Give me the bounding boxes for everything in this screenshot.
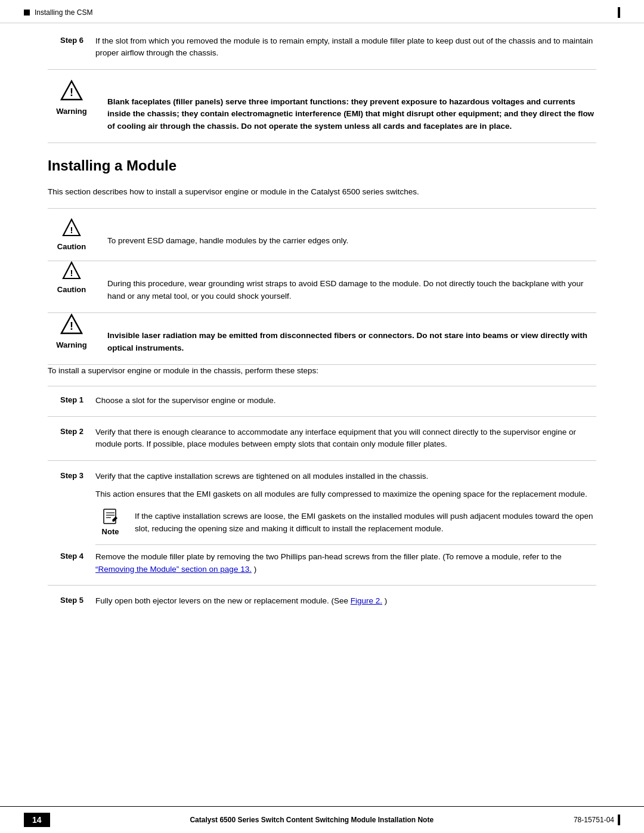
warning-2-left: ! Warning (48, 313, 95, 349)
step-2-row: Step 2 Verify that there is enough clear… (48, 426, 596, 461)
step-5-text: Fully open both ejector levers on the ne… (95, 596, 348, 605)
step-3-content-area: Verify that the captive installation scr… (95, 470, 596, 552)
step-3-text: Verify that the captive installation scr… (95, 470, 596, 483)
caution-1-block: ! Caution To prevent ESD damage, handle … (48, 218, 596, 261)
caution-1-content: To prevent ESD damage, handle modules by… (107, 218, 596, 247)
step-5-content: Fully open both ejector levers on the ne… (95, 595, 596, 607)
step-1-content: Choose a slot for the supervisor engine … (95, 395, 596, 407)
note-label: Note (102, 527, 119, 536)
footer-doc-id: 78-15751-04 (574, 816, 614, 824)
page-footer: 14 Catalyst 6500 Series Switch Content S… (0, 806, 644, 833)
caution-1-left: ! Caution (48, 218, 95, 251)
page-header: Installing the CSM (0, 0, 644, 23)
step-4-content: Remove the module filler plate by removi… (95, 551, 596, 575)
step-5-row: Step 5 Fully open both ejector levers on… (48, 595, 596, 617)
caution-1-icon: ! (62, 218, 81, 240)
warning-2-label: Warning (56, 340, 87, 349)
header-title: Installing the CSM (35, 8, 92, 17)
svg-text:!: ! (70, 320, 73, 332)
note-left: Note (95, 508, 125, 536)
step-3-para: This action ensures that the EMI gaskets… (95, 488, 596, 501)
step-4-label: Step 4 (48, 551, 83, 575)
caution-2-content: During this procedure, wear grounding wr… (107, 261, 596, 303)
warning-2-content: Invisible laser radiation may be emitted… (107, 313, 596, 355)
step-2-label: Step 2 (48, 426, 83, 451)
step-6-row: Step 6 If the slot from which you remove… (48, 35, 596, 70)
svg-text:!: ! (70, 268, 73, 278)
warning-1-content: Blank faceplates (filler panels) serve t… (107, 79, 596, 134)
footer-center-text: Catalyst 6500 Series Switch Content Swit… (190, 816, 434, 824)
svg-text:!: ! (70, 225, 73, 235)
caution-2-block: ! Caution During this procedure, wear gr… (48, 261, 596, 313)
step-3-row: Step 3 Verify that the captive installat… (48, 470, 596, 552)
step-6-label: Step 6 (48, 35, 83, 60)
warning-1-icon: ! (60, 79, 83, 104)
caution-2-icon: ! (62, 261, 81, 283)
section-title: Installing a Module (48, 157, 596, 176)
caution-2-left: ! Caution (48, 261, 95, 294)
note-content: If the captive installation screws are l… (135, 508, 596, 536)
note-block: Note If the captive installation screws … (95, 508, 596, 545)
header-left: Installing the CSM (24, 8, 92, 17)
caution-2-label: Caution (57, 285, 86, 294)
svg-text:!: ! (70, 86, 73, 98)
header-marker-icon (24, 10, 30, 16)
step-4-end: ) (254, 565, 257, 574)
step-5-end: ) (385, 596, 388, 605)
page-container: Installing the CSM Step 6 If the slot fr… (0, 0, 644, 833)
warning-1-left: ! Warning (48, 79, 95, 116)
step-3-label: Step 3 (48, 470, 83, 552)
install-intro: To install a supervisor engine or module… (48, 365, 596, 377)
step-6-content: If the slot from which you removed the m… (95, 35, 596, 60)
caution-1-label: Caution (57, 242, 86, 251)
step-4-text: Remove the module filler plate by removi… (95, 552, 562, 561)
step-1-row: Step 1 Choose a slot for the supervisor … (48, 395, 596, 417)
warning-1-label: Warning (56, 107, 87, 116)
step-4-row: Step 4 Remove the module filler plate by… (48, 551, 596, 586)
content-area: Step 6 If the slot from which you remove… (0, 23, 644, 806)
warning-2-icon: ! (60, 313, 83, 338)
step-5-link[interactable]: Figure 2. (351, 596, 382, 605)
warning-2-block: ! Warning Invisible laser radiation may … (48, 313, 596, 365)
step-2-content: Verify that there is enough clearance to… (95, 426, 596, 451)
step-5-label: Step 5 (48, 595, 83, 607)
footer-bar-icon (618, 815, 620, 825)
step-4-link[interactable]: “Removing the Module” section on page 13… (95, 565, 252, 574)
footer-right: 78-15751-04 (574, 815, 620, 825)
footer-page-number: 14 (24, 813, 50, 827)
section-intro: This section describes how to install a … (48, 186, 596, 209)
warning-1-block: ! Warning Blank faceplates (filler panel… (48, 79, 596, 144)
header-right-bar (618, 7, 620, 18)
step-1-label: Step 1 (48, 395, 83, 407)
note-icon (101, 508, 119, 527)
